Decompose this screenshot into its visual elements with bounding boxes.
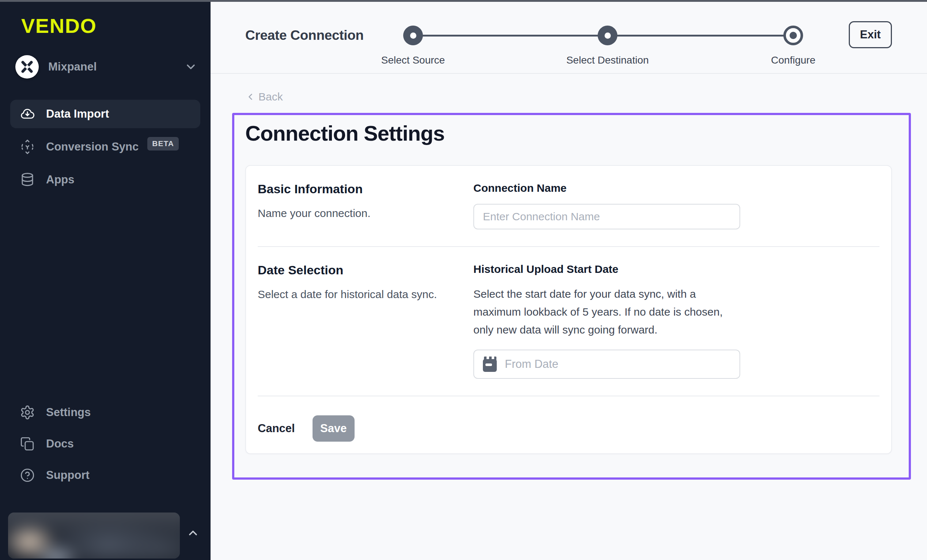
nav-label: Settings <box>46 406 91 419</box>
section-title-basic: Basic Information <box>258 182 473 196</box>
settings-card: Basic Information Name your connection. … <box>245 165 892 454</box>
date-field-help-text: Select the start date for your data sync… <box>473 285 740 338</box>
nav-label: Docs <box>46 437 74 451</box>
conversion-sync-icon <box>20 139 35 155</box>
main-content: Create Connection Select Source Select D… <box>211 0 927 560</box>
basic-information-row: Basic Information Name your connection. … <box>258 166 880 246</box>
documents-icon <box>20 436 35 452</box>
exit-button[interactable]: Exit <box>849 21 892 48</box>
nav-label: Conversion Sync <box>46 140 138 153</box>
cancel-button[interactable]: Cancel <box>258 422 295 435</box>
sidebar-item-docs[interactable]: Docs <box>10 429 200 458</box>
workspace-name: Mixpanel <box>48 60 175 73</box>
cloud-download-icon <box>20 106 35 121</box>
nav-label: Apps <box>46 173 74 186</box>
date-selection-description-col: Date Selection Select a date for histori… <box>258 263 473 379</box>
top-strip <box>0 0 927 2</box>
chevron-down-icon <box>184 60 198 73</box>
section-desc-date: Select a date for historical data sync. <box>258 288 473 300</box>
nav-label: Data Import <box>46 108 109 121</box>
basic-info-description-col: Basic Information Name your connection. <box>258 182 473 229</box>
vendo-logo: VENDO <box>21 14 200 38</box>
step-dot-configure <box>783 26 803 45</box>
connection-settings-panel: Connection Settings Basic Information Na… <box>232 113 911 480</box>
gear-icon <box>20 405 35 420</box>
workspace-switcher[interactable]: Mixpanel <box>10 55 200 79</box>
connection-name-input[interactable] <box>473 204 740 229</box>
app-root: VENDO Mixpanel Data Import <box>0 0 927 560</box>
panel-title: Connection Settings <box>245 121 898 146</box>
step-label: Select Destination <box>549 55 666 66</box>
date-selection-field-col: Historical Upload Start Date Select the … <box>473 263 740 379</box>
back-link[interactable]: Back <box>245 91 283 103</box>
step-label: Configure <box>735 55 852 66</box>
sidebar-item-support[interactable]: Support <box>10 461 200 490</box>
sidebar: VENDO Mixpanel Data Import <box>0 0 211 560</box>
database-icon <box>20 172 35 187</box>
user-profile-blurred[interactable] <box>8 513 180 558</box>
from-date-input[interactable]: From Date <box>473 350 740 379</box>
calendar-icon <box>483 357 497 372</box>
user-row <box>10 513 200 560</box>
from-date-placeholder: From Date <box>505 358 558 371</box>
sidebar-nav: Data Import Conversion Sync BETA <box>10 100 200 194</box>
sidebar-item-data-import[interactable]: Data Import <box>10 100 200 128</box>
calendar-icon-slot <box>485 363 492 366</box>
step-select-destination: Select Destination <box>549 0 666 66</box>
form-footer: Cancel Save <box>258 396 880 453</box>
section-desc-basic: Name your connection. <box>258 207 473 220</box>
connection-name-label: Connection Name <box>473 182 740 194</box>
stepper: Select Source Select Destination Configu… <box>211 0 927 73</box>
back-label: Back <box>258 91 283 103</box>
sidebar-item-apps[interactable]: Apps <box>10 165 200 194</box>
sidebar-spacer <box>10 194 200 398</box>
step-dot-select-destination <box>598 26 617 45</box>
chevron-left-icon <box>245 92 255 102</box>
sidebar-item-conversion-sync[interactable]: Conversion Sync BETA <box>10 133 200 161</box>
step-label: Select Source <box>354 55 471 66</box>
date-selection-row: Date Selection Select a date for histori… <box>258 247 880 396</box>
wizard-header: Create Connection Select Source Select D… <box>211 0 927 74</box>
step-dot-select-source <box>403 26 423 45</box>
chevron-up-icon[interactable] <box>187 527 199 540</box>
nav-label: Support <box>46 469 90 482</box>
step-configure: Configure <box>735 0 852 66</box>
mixpanel-logo-icon <box>15 55 39 79</box>
beta-badge: BETA <box>147 137 179 150</box>
sidebar-footer-nav: Settings Docs Support <box>10 398 200 490</box>
basic-info-field-col: Connection Name <box>473 182 740 229</box>
user-profile-blur-image <box>8 513 180 558</box>
save-button[interactable]: Save <box>313 415 354 442</box>
section-title-date: Date Selection <box>258 263 473 277</box>
sidebar-item-settings[interactable]: Settings <box>10 398 200 427</box>
historical-upload-start-date-label: Historical Upload Start Date <box>473 263 740 275</box>
step-select-source: Select Source <box>354 0 471 66</box>
help-circle-icon <box>20 467 35 483</box>
